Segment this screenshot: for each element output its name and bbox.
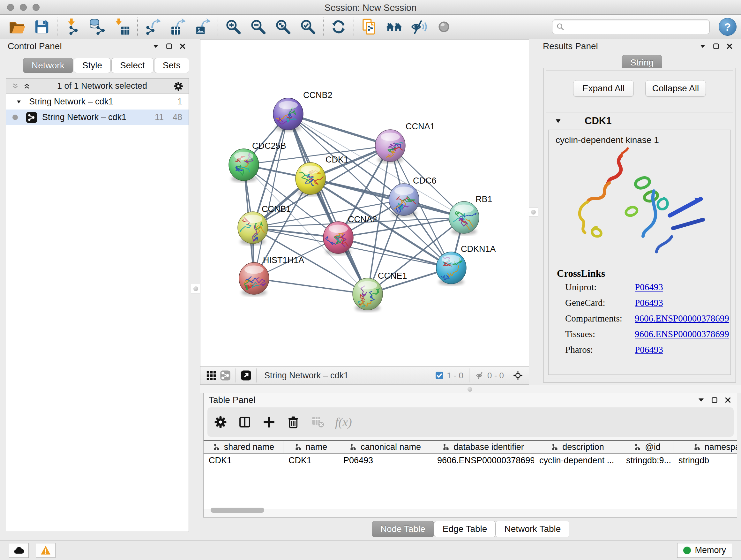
column-header-description[interactable]: description bbox=[534, 441, 621, 453]
document-network-button[interactable] bbox=[357, 16, 382, 37]
left-splitter-handle[interactable] bbox=[191, 284, 200, 294]
float-panel-icon[interactable] bbox=[165, 43, 173, 50]
detach-view-icon[interactable] bbox=[239, 368, 253, 382]
expand-all-icon[interactable] bbox=[23, 82, 31, 90]
crosslink-link[interactable]: P06493 bbox=[635, 345, 663, 355]
tab-edge-table[interactable]: Edge Table bbox=[434, 521, 496, 537]
tab-sets[interactable]: Sets bbox=[154, 58, 189, 73]
import-table-button[interactable] bbox=[110, 16, 135, 37]
collapse-panel-icon[interactable] bbox=[152, 43, 159, 50]
protein-structure-image bbox=[565, 141, 715, 269]
table-hscrollbar[interactable] bbox=[211, 508, 264, 513]
open-file-button[interactable] bbox=[4, 16, 29, 37]
grid-view-icon[interactable] bbox=[204, 368, 218, 382]
network-row-selected[interactable]: String Network – cdk1 11 48 bbox=[6, 110, 189, 125]
column-header-canonical-name[interactable]: canonical name bbox=[338, 441, 432, 453]
network-node-cdc6[interactable]: CDC6 bbox=[389, 176, 436, 217]
column-header-namespace[interactable]: namespace bbox=[673, 441, 737, 453]
save-session-button[interactable] bbox=[29, 16, 54, 37]
network-badge-icon[interactable] bbox=[218, 368, 232, 382]
circular-arrows-button[interactable] bbox=[326, 16, 351, 37]
collapse-panel-icon[interactable] bbox=[697, 396, 705, 404]
column-header-database-identifier[interactable]: database identifier bbox=[432, 441, 534, 453]
zoom-fit-button[interactable] bbox=[271, 16, 295, 37]
crosslink-link[interactable]: 9606.ENSP00000378699 bbox=[635, 313, 729, 324]
network-node-cdkn1a[interactable]: CDKN1A bbox=[436, 244, 496, 286]
network-edge[interactable] bbox=[288, 114, 367, 294]
table-cell: stringdb bbox=[673, 454, 737, 468]
network-node-hist1h1a[interactable]: HIST1H1A bbox=[239, 255, 304, 296]
double-home-button[interactable] bbox=[382, 16, 407, 37]
network-node-ccna1[interactable]: CCNA1 bbox=[375, 122, 435, 163]
window-titlebar: Session: New Session bbox=[0, 0, 741, 15]
table-row[interactable]: CDK1CDK1P064939606.ENSP00000378699cyclin… bbox=[204, 454, 737, 468]
network-edge[interactable] bbox=[254, 114, 288, 278]
search-container bbox=[552, 19, 710, 34]
control-panel-title: Control Panel bbox=[8, 41, 62, 51]
help-button[interactable]: ? bbox=[719, 18, 737, 36]
column-header-shared-name[interactable]: shared name bbox=[204, 441, 283, 453]
add-column-icon[interactable] bbox=[262, 415, 276, 429]
zoom-selected-button[interactable] bbox=[295, 16, 320, 37]
horizontal-splitter[interactable] bbox=[200, 385, 741, 393]
tab-network[interactable]: Network bbox=[23, 58, 73, 73]
crosslink-link[interactable]: 9606.ENSP00000378699 bbox=[635, 329, 729, 339]
close-panel-icon[interactable] bbox=[726, 43, 733, 50]
table-settings-gear-icon[interactable] bbox=[214, 415, 227, 429]
network-node-cdc25b[interactable]: CDC25B bbox=[229, 141, 286, 182]
table-cell: 9606.ENSP00000378699 bbox=[432, 454, 534, 468]
network-canvas[interactable]: CCNB2CCNA1CDC25BCDK1CDC6RB1CCNB1CCNA2CDK… bbox=[200, 39, 529, 366]
network-edge[interactable] bbox=[311, 179, 464, 217]
network-status-dot bbox=[12, 115, 18, 120]
network-node-rb1[interactable]: RB1 bbox=[449, 194, 492, 235]
hide-glass-ball-button[interactable] bbox=[407, 16, 431, 37]
right-splitter-handle[interactable] bbox=[529, 207, 538, 217]
close-panel-icon[interactable] bbox=[724, 396, 732, 404]
export-network-button[interactable] bbox=[140, 16, 165, 37]
network-collection-row[interactable]: String Network – cdk1 1 bbox=[6, 94, 189, 110]
zoom-in-button[interactable] bbox=[221, 16, 246, 37]
status-bar: Memory bbox=[0, 540, 741, 560]
hidden-eye-slash-icon[interactable] bbox=[475, 371, 485, 380]
close-panel-icon[interactable] bbox=[179, 43, 186, 50]
collapse-all-icon[interactable] bbox=[11, 82, 19, 90]
section-caret-down-icon[interactable] bbox=[554, 117, 562, 125]
memory-button[interactable]: Memory bbox=[677, 543, 732, 558]
caret-down-icon[interactable] bbox=[16, 99, 22, 105]
collapse-panel-icon[interactable] bbox=[699, 43, 706, 50]
tab-network-table[interactable]: Network Table bbox=[495, 521, 569, 537]
search-input[interactable] bbox=[552, 19, 710, 34]
table-panel: Table Panel f(x) shared namenamecanonica… bbox=[203, 393, 737, 517]
import-network-database-button[interactable] bbox=[85, 16, 110, 37]
glass-ball-button[interactable] bbox=[431, 16, 456, 37]
column-header--id[interactable]: @id bbox=[621, 441, 673, 453]
tab-style[interactable]: Style bbox=[74, 58, 111, 73]
float-panel-icon[interactable] bbox=[712, 43, 720, 50]
import-network-button[interactable] bbox=[60, 16, 85, 37]
column-header-name[interactable]: name bbox=[283, 441, 338, 453]
warning-button[interactable] bbox=[36, 543, 56, 558]
export-image-button[interactable] bbox=[190, 16, 215, 37]
birds-eye-view-icon[interactable] bbox=[511, 368, 525, 382]
delete-column-icon[interactable] bbox=[286, 415, 300, 429]
selected-checkbox-icon[interactable] bbox=[434, 371, 444, 380]
expand-all-button[interactable]: Expand All bbox=[573, 80, 634, 97]
tab-select[interactable]: Select bbox=[111, 58, 153, 73]
network-edge[interactable] bbox=[254, 278, 367, 294]
network-node-ccnb1[interactable]: CCNB1 bbox=[238, 204, 291, 245]
left-splitter[interactable] bbox=[192, 39, 200, 385]
zoom-out-button[interactable] bbox=[246, 16, 271, 37]
crosslink-link[interactable]: P06493 bbox=[635, 298, 663, 308]
crosslink-link[interactable]: P06493 bbox=[635, 282, 663, 293]
collapse-all-button[interactable]: Collapse All bbox=[645, 80, 706, 97]
export-table-button[interactable] bbox=[165, 16, 190, 37]
cloud-button[interactable] bbox=[9, 543, 29, 558]
network-edge[interactable] bbox=[288, 114, 390, 145]
show-columns-icon[interactable] bbox=[238, 415, 252, 429]
network-edge[interactable] bbox=[338, 238, 451, 268]
tab-node-table[interactable]: Node Table bbox=[372, 521, 434, 537]
float-panel-icon[interactable] bbox=[711, 396, 718, 404]
right-splitter[interactable] bbox=[529, 39, 538, 385]
gear-icon[interactable] bbox=[173, 81, 184, 91]
crosslink-row: Uniprot:P06493 bbox=[549, 279, 731, 295]
